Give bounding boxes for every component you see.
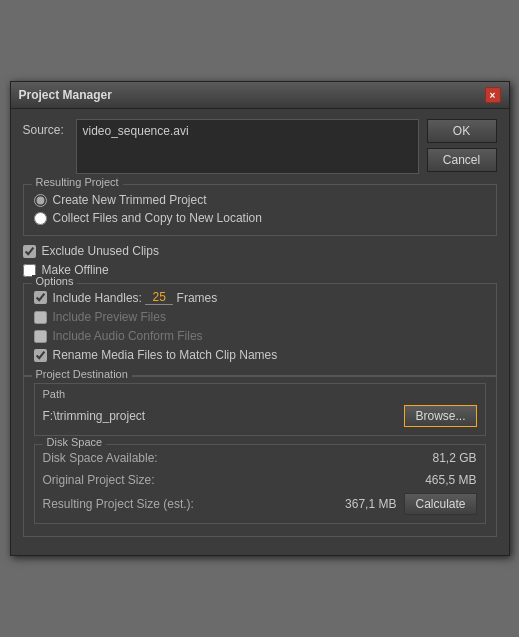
dialog-body: Source: video_sequence.avi OK Cancel Res… xyxy=(11,109,509,555)
cancel-button[interactable]: Cancel xyxy=(427,148,497,172)
source-file: video_sequence.avi xyxy=(83,124,412,138)
radio-collect-label: Collect Files and Copy to New Location xyxy=(53,211,262,225)
include-handles-row: Include Handles: Frames xyxy=(34,290,486,305)
close-button[interactable]: × xyxy=(485,87,501,103)
exclude-unused-checkbox[interactable] xyxy=(23,245,36,258)
exclude-unused-row: Exclude Unused Clips xyxy=(23,244,497,258)
frames-label: Frames xyxy=(177,291,218,305)
rename-media-checkbox[interactable] xyxy=(34,349,47,362)
project-destination-group: Project Destination Path F:\trimming_pro… xyxy=(23,376,497,537)
radio-create-trimmed[interactable] xyxy=(34,194,47,207)
browse-button[interactable]: Browse... xyxy=(404,405,476,427)
radio-create-row: Create New Trimmed Project xyxy=(34,193,486,207)
original-size-row: Original Project Size: 465,5 MB xyxy=(43,471,477,489)
source-label: Source: xyxy=(23,119,68,137)
radio-collect-row: Collect Files and Copy to New Location xyxy=(34,211,486,225)
source-box: video_sequence.avi xyxy=(76,119,419,174)
original-size-value: 465,5 MB xyxy=(425,473,476,487)
dialog-title: Project Manager xyxy=(19,88,112,102)
resulting-size-right: 367,1 MB Calculate xyxy=(345,493,476,515)
resulting-size-label: Resulting Project Size (est.): xyxy=(43,497,194,511)
project-destination-label: Project Destination xyxy=(32,368,132,380)
options-group: Options Include Handles: Frames Include … xyxy=(23,283,497,376)
include-audio-row: Include Audio Conform Files xyxy=(34,329,486,343)
radio-collect-files[interactable] xyxy=(34,212,47,225)
ok-button[interactable]: OK xyxy=(427,119,497,143)
source-row: Source: video_sequence.avi OK Cancel xyxy=(23,119,497,174)
disk-available-label: Disk Space Available: xyxy=(43,451,158,465)
original-size-label: Original Project Size: xyxy=(43,473,155,487)
path-value: F:\trimming_project xyxy=(43,406,405,426)
exclude-unused-label: Exclude Unused Clips xyxy=(42,244,159,258)
resulting-project-group: Resulting Project Create New Trimmed Pro… xyxy=(23,184,497,236)
rename-media-label: Rename Media Files to Match Clip Names xyxy=(53,348,278,362)
resulting-size-row: Resulting Project Size (est.): 367,1 MB … xyxy=(43,493,477,515)
path-label: Path xyxy=(43,388,477,400)
project-manager-dialog: Project Manager × Source: video_sequence… xyxy=(10,81,510,556)
close-icon: × xyxy=(490,90,496,101)
include-preview-row: Include Preview Files xyxy=(34,310,486,324)
options-group-label: Options xyxy=(32,275,78,287)
disk-space-group: Disk Space Disk Space Available: 81,2 GB… xyxy=(34,444,486,524)
include-preview-checkbox[interactable] xyxy=(34,311,47,324)
path-row: F:\trimming_project Browse... xyxy=(43,405,477,427)
include-audio-label: Include Audio Conform Files xyxy=(53,329,203,343)
disk-space-label: Disk Space xyxy=(43,436,107,448)
make-offline-row: Make Offline xyxy=(23,263,497,277)
title-bar: Project Manager × xyxy=(11,82,509,109)
include-audio-checkbox[interactable] xyxy=(34,330,47,343)
radio-create-label: Create New Trimmed Project xyxy=(53,193,207,207)
resulting-project-label: Resulting Project xyxy=(32,176,123,188)
include-handles-label: Include Handles: xyxy=(53,291,142,305)
calculate-button[interactable]: Calculate xyxy=(404,493,476,515)
disk-available-row: Disk Space Available: 81,2 GB xyxy=(43,449,477,467)
resulting-size-value: 367,1 MB xyxy=(345,497,396,511)
include-handles-checkbox[interactable] xyxy=(34,291,47,304)
disk-available-value: 81,2 GB xyxy=(432,451,476,465)
include-preview-label: Include Preview Files xyxy=(53,310,166,324)
handles-value-input[interactable] xyxy=(145,290,173,305)
action-buttons: OK Cancel xyxy=(427,119,497,172)
rename-media-row: Rename Media Files to Match Clip Names xyxy=(34,348,486,362)
path-group: Path F:\trimming_project Browse... xyxy=(34,383,486,436)
